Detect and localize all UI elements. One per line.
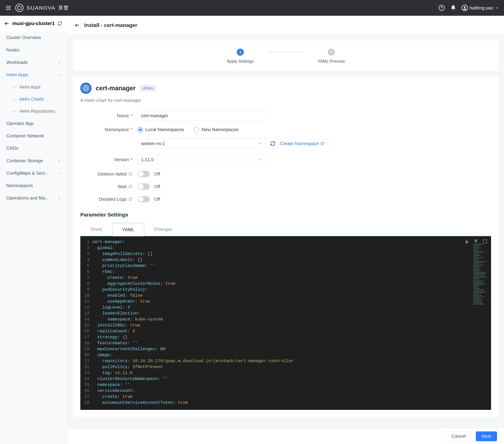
wait-label: Wait	[118, 184, 126, 189]
radio-local-namespaces[interactable]: Local Namespaces	[138, 127, 184, 132]
refresh-icon[interactable]	[57, 21, 62, 26]
sidebar-item[interactable]: ConfigMaps & Secr...	[0, 167, 67, 179]
app-title: cert-manager	[96, 85, 136, 92]
page-title: Install - cert-manager	[84, 22, 137, 28]
name-label: Name	[117, 113, 129, 119]
brand-sub: 算豐	[58, 4, 69, 11]
editor-content[interactable]: cert-manager: global: imagePullSecrets: …	[92, 239, 491, 406]
version-label: Version	[114, 157, 129, 162]
radio-new-namespaces[interactable]: New Namespaces	[194, 127, 238, 132]
tab-changes[interactable]: Changes	[144, 223, 182, 236]
wait-toggle[interactable]	[138, 183, 150, 190]
page-title-bar: Install - cert-manager	[67, 16, 504, 35]
svg-point-15	[130, 187, 130, 188]
user-menu[interactable]: haifeng.yao	[462, 5, 499, 11]
logs-toggle[interactable]	[138, 196, 150, 202]
sidebar-item[interactable]: Operator App	[0, 117, 67, 130]
sidebar-item[interactable]: Nodes	[0, 44, 67, 56]
sidebar-item[interactable]: Container Network	[0, 130, 67, 142]
upload-icon[interactable]	[473, 238, 479, 244]
footer: Cancel Next	[67, 428, 504, 444]
back-arrow-icon	[4, 21, 9, 26]
svg-point-3	[16, 4, 23, 12]
fullscreen-icon[interactable]	[482, 238, 488, 244]
svg-point-7	[464, 6, 466, 8]
help-tooltip-icon[interactable]	[128, 197, 132, 201]
params-title: Parameter Settings	[80, 212, 491, 218]
create-namespace-link[interactable]: Create Namespace	[280, 141, 324, 146]
cluster-header[interactable]: muxi-gpu-cluster1	[0, 16, 67, 31]
user-name: haifeng.yao	[470, 5, 493, 11]
tab-sheet[interactable]: Sheet	[80, 223, 112, 236]
menu-icon[interactable]	[5, 5, 12, 11]
version-selected: 1.11.0	[141, 157, 154, 162]
svg-point-5	[441, 9, 442, 9]
cluster-name: muxi-gpu-cluster1	[12, 21, 55, 26]
notifications-icon[interactable]	[450, 5, 456, 11]
step-line	[267, 52, 304, 52]
avatar-icon	[462, 5, 468, 11]
sidebar-item[interactable]: Helm Apps	[0, 69, 67, 81]
sidebar-subitem[interactable]: —Helm Charts	[0, 93, 67, 105]
chevron-down-icon	[57, 61, 61, 64]
download-icon[interactable]	[464, 238, 470, 244]
version-select[interactable]: 1.11.0	[138, 155, 266, 164]
sidebar-subitem[interactable]: —Helm Apps	[0, 81, 67, 93]
sidebar-item[interactable]: Cluster Overview	[0, 31, 67, 44]
sidebar-item[interactable]: Operations and Ma...	[0, 192, 67, 204]
namespace-selected: worker-ns-1	[141, 141, 165, 146]
chevron-up-icon	[57, 73, 61, 77]
logo-icon	[15, 3, 24, 12]
deletion-state: Off	[154, 171, 160, 177]
params-tabs: SheetYAMLChanges	[80, 223, 491, 236]
app-icon	[80, 83, 91, 94]
help-tooltip-icon[interactable]	[128, 172, 132, 176]
topbar: SUANOVA 算豐 haifeng.yao	[0, 0, 504, 16]
brand: SUANOVA 算豐	[15, 3, 69, 12]
next-button[interactable]: Next	[476, 431, 497, 441]
sidebar-item[interactable]: CRDs	[0, 142, 67, 155]
name-input[interactable]	[138, 111, 266, 121]
svg-point-10	[83, 85, 89, 91]
svg-point-13	[130, 175, 130, 175]
stepper: 1Apply Settings2YAML Preview	[73, 41, 498, 71]
deletion-toggle[interactable]	[138, 171, 150, 177]
logs-state: Off	[154, 196, 160, 202]
logs-label: Detailed Logs	[99, 196, 126, 202]
deletion-label: Deletion failed	[98, 171, 126, 177]
sidebar: muxi-gpu-cluster1 Cluster OverviewNodesW…	[0, 16, 67, 444]
back-button[interactable]	[74, 22, 80, 28]
chevron-down-icon	[258, 142, 262, 145]
sidebar-item[interactable]: Namespaces	[0, 179, 67, 192]
chevron-down-icon	[258, 158, 262, 161]
chevron-down-icon	[495, 6, 499, 10]
chevron-down-icon	[57, 171, 61, 175]
sidebar-item[interactable]: Container Storage	[0, 155, 67, 167]
chevron-down-icon	[57, 196, 61, 200]
step[interactable]: 2YAML Preview	[304, 49, 359, 64]
refresh-namespaces-icon[interactable]	[270, 141, 275, 146]
wait-state: Off	[154, 184, 160, 189]
help-icon[interactable]	[439, 5, 445, 11]
namespace-select[interactable]: worker-ns-1	[138, 139, 266, 148]
editor-gutter: 1234567891011121314151617181920212223242…	[80, 239, 92, 406]
help-tooltip-icon[interactable]	[128, 184, 132, 189]
brand-name: SUANOVA	[27, 5, 55, 11]
step[interactable]: 1Apply Settings	[213, 49, 267, 64]
chevron-down-icon	[57, 159, 61, 163]
yaml-editor[interactable]: 1234567891011121314151617181920212223242…	[80, 236, 491, 410]
cancel-button[interactable]: Cancel	[446, 431, 472, 441]
app-desc: A Helm chart for cert-manager	[80, 98, 491, 103]
sidebar-subitem[interactable]: —Helm Repositories	[0, 105, 67, 117]
svg-point-17	[130, 200, 130, 200]
app-tag: others	[140, 85, 156, 91]
chevron-down-icon	[57, 134, 61, 138]
namespace-label: Namespace	[105, 127, 129, 132]
tab-yaml[interactable]: YAML	[112, 223, 144, 236]
sidebar-item[interactable]: Workloads	[0, 56, 67, 69]
